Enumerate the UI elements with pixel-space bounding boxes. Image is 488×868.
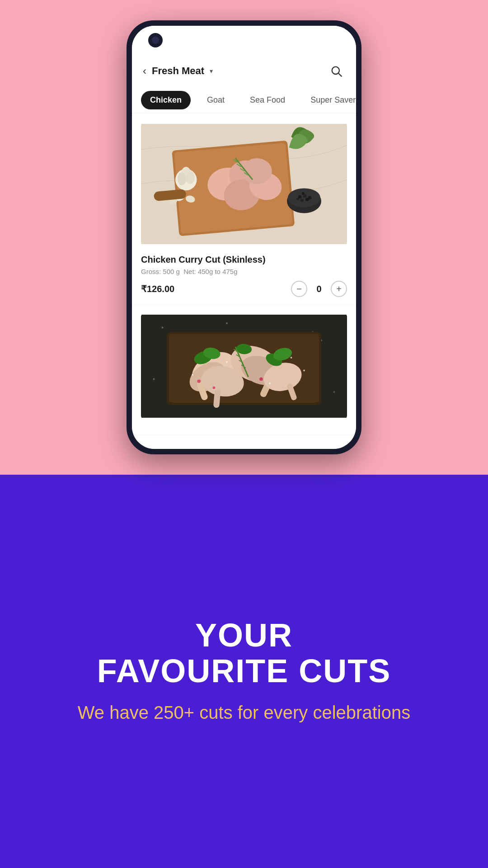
product-card-2 bbox=[132, 305, 356, 435]
product-list: Chicken Curry Cut (Skinless) Gross: 500 … bbox=[132, 113, 356, 449]
product-meta-1: Gross: 500 g Net: 450g to 475g bbox=[141, 268, 347, 275]
svg-point-28 bbox=[305, 198, 309, 201]
svg-point-65 bbox=[226, 361, 228, 363]
chicken-legs-image bbox=[141, 312, 347, 420]
tab-chicken[interactable]: Chicken bbox=[141, 91, 191, 109]
increase-qty-button-1[interactable]: + bbox=[331, 281, 347, 297]
quantity-control-1: − 0 + bbox=[291, 281, 347, 297]
header-left: ‹ Fresh Meat ▾ bbox=[143, 65, 213, 77]
product-image-2 bbox=[141, 312, 347, 420]
camera-hole bbox=[148, 33, 163, 47]
svg-point-24 bbox=[298, 195, 302, 199]
product-name-1: Chicken Curry Cut (Skinless) bbox=[141, 255, 347, 265]
subheadline: We have 250+ cuts for every celebrations bbox=[78, 700, 410, 725]
top-section: ‹ Fresh Meat ▾ Chicken Goat Sea Food Sup… bbox=[0, 0, 488, 475]
svg-line-1 bbox=[338, 73, 341, 76]
svg-point-39 bbox=[333, 391, 335, 393]
product-image-1 bbox=[141, 121, 347, 247]
product-card-1: Chicken Curry Cut (Skinless) Gross: 500 … bbox=[132, 113, 356, 305]
svg-point-18 bbox=[186, 171, 195, 184]
chicken-curry-cut-image bbox=[141, 121, 347, 247]
bottom-section: YOUR FAVOURITE CUTS We have 250+ cuts fo… bbox=[0, 475, 488, 868]
svg-point-29 bbox=[296, 198, 299, 200]
tab-goat[interactable]: Goat bbox=[198, 91, 234, 109]
back-button[interactable]: ‹ bbox=[143, 65, 146, 77]
svg-point-25 bbox=[303, 194, 307, 198]
header-title: Fresh Meat bbox=[152, 65, 204, 77]
svg-point-69 bbox=[197, 379, 201, 383]
product-info-1: Chicken Curry Cut (Skinless) Gross: 500 … bbox=[141, 255, 347, 297]
tab-super-saver[interactable]: Super Saver Combo bbox=[301, 91, 356, 109]
dropdown-icon[interactable]: ▾ bbox=[210, 67, 213, 75]
svg-point-34 bbox=[162, 327, 164, 329]
svg-point-30 bbox=[302, 192, 305, 195]
tab-seafood[interactable]: Sea Food bbox=[241, 91, 294, 109]
svg-point-68 bbox=[291, 357, 292, 359]
headline-your: YOUR bbox=[195, 618, 293, 653]
svg-point-64 bbox=[192, 374, 193, 376]
app-header: ‹ Fresh Meat ▾ bbox=[132, 26, 356, 87]
phone-screen: ‹ Fresh Meat ▾ Chicken Goat Sea Food Sup… bbox=[132, 26, 356, 449]
svg-point-71 bbox=[213, 387, 216, 389]
search-icon bbox=[330, 65, 343, 77]
product-price-1: ₹126.00 bbox=[141, 283, 174, 294]
svg-point-40 bbox=[226, 322, 228, 324]
svg-point-66 bbox=[303, 370, 305, 372]
phone-frame: ‹ Fresh Meat ▾ Chicken Goat Sea Food Sup… bbox=[127, 20, 361, 454]
search-button[interactable] bbox=[327, 62, 345, 80]
qty-value-1: 0 bbox=[314, 284, 324, 294]
svg-point-38 bbox=[153, 378, 155, 380]
product-footer-1: ₹126.00 − 0 + bbox=[141, 281, 347, 297]
category-tabs: Chicken Goat Sea Food Super Saver Combo bbox=[132, 87, 356, 113]
svg-point-67 bbox=[269, 382, 271, 384]
decrease-qty-button-1[interactable]: − bbox=[291, 281, 307, 297]
svg-point-27 bbox=[300, 198, 304, 202]
headline-fav-cuts: FAVOURITE CUTS bbox=[97, 653, 391, 689]
svg-point-23 bbox=[288, 189, 320, 208]
svg-point-17 bbox=[178, 172, 186, 185]
svg-point-70 bbox=[259, 377, 263, 381]
